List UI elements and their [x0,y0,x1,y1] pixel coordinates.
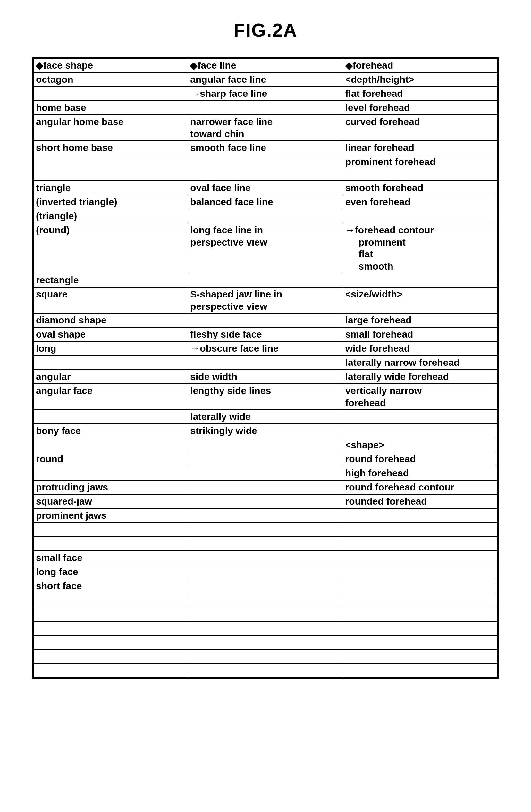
table-cell: balanced face line [188,195,343,209]
table-cell [33,466,188,480]
table-cell [188,494,343,508]
table-cell [343,209,498,223]
table-cell [188,523,343,537]
table-row: laterally narrow forehead [33,356,498,369]
table-row: short face [33,579,498,593]
table-cell [188,101,343,115]
table-cell [343,508,498,523]
table-cell [188,438,343,452]
table-cell [33,155,188,181]
table-cell: triangle [33,181,188,195]
table-cell: →sharp face line [188,87,343,101]
table-row: high forehead [33,466,498,480]
table-row: (inverted triangle) balanced face lineev… [33,195,498,209]
table-cell [33,621,188,635]
table-cell: squared-jaw [33,494,188,508]
table-cell: protruding jaws [33,480,188,494]
table-cell: laterally wide [188,410,343,424]
table-row: angular facelengthy side linesvertically… [33,384,498,410]
table-cell: <shape> [343,438,498,452]
table-cell: curved forehead [343,115,498,141]
table-cell [188,664,343,678]
table-cell [343,664,498,678]
table-row [33,537,498,551]
table-row [33,607,498,621]
table-cell: vertically narrow forehead [343,384,498,410]
table-row: prominent jaws [33,508,498,523]
table-row: squared-jawrounded forehead [33,494,498,508]
table-cell [33,635,188,650]
table-cell [188,313,343,327]
table-cell [188,209,343,223]
table-cell [188,273,343,287]
table-cell: prominent forehead [343,155,498,181]
table-row: short home basesmooth face linelinear fo… [33,141,498,155]
table-cell: long [33,342,188,356]
table-cell [33,537,188,551]
table-cell: level forehead [343,101,498,115]
table-row: protruding jawsround forehead contour [33,480,498,494]
table-row [33,621,498,635]
table-cell: rounded forehead [343,494,498,508]
table-cell [33,410,188,424]
table-row: squareS-shaped jaw line in perspective v… [33,287,498,313]
table-cell [343,551,498,565]
table-cell: round [33,452,188,466]
table-row: long face [33,565,498,579]
table-cell [343,523,498,537]
table-row: ◆face shape◆face line◆forehead [33,58,498,72]
table-cell: →obscure face line [188,342,343,356]
table-row: →sharp face lineflat forehead [33,87,498,101]
table-cell: laterally wide forehead [343,369,498,384]
table-cell [343,650,498,664]
table-cell: wide forehead [343,342,498,356]
table-cell [343,607,498,621]
table-cell: short home base [33,141,188,155]
table-cell: oval shape [33,327,188,342]
table-cell: long face line in perspective view [188,223,343,273]
table-row [33,650,498,664]
table-cell: ◆face shape [33,58,188,72]
figure-title: FIG.2A [32,19,499,41]
table-cell: smooth face line [188,141,343,155]
table-cell [343,635,498,650]
table-cell: <depth/height> [343,72,498,87]
table-cell [33,523,188,537]
table-cell: (inverted triangle) [33,195,188,209]
table-cell [343,424,498,438]
table-row: (round)long face line in perspective vie… [33,223,498,273]
table-cell [188,466,343,480]
table-cell [33,87,188,101]
table-cell: <size/width> [343,287,498,313]
table-cell: laterally narrow forehead [343,356,498,369]
table-row [33,664,498,678]
table-cell: narrower face line toward chin [188,115,343,141]
table-cell [343,410,498,424]
table-cell [188,155,343,181]
table-cell [188,356,343,369]
table-cell: short face [33,579,188,593]
table-row: bony facestrikingly wide [33,424,498,438]
page: FIG.2A ◆face shape◆face line◆foreheadoct… [0,0,531,698]
table-cell [188,551,343,565]
table-cell: ◆forehead [343,58,498,72]
table-cell [33,438,188,452]
table-cell: strikingly wide [188,424,343,438]
table-cell [33,607,188,621]
table-cell: (round) [33,223,188,273]
table-cell: small face [33,551,188,565]
table-row: diamond shapelarge forehead [33,313,498,327]
table-cell: long face [33,565,188,579]
table-cell [343,621,498,635]
table-cell: →forehead contour prominent flat smooth [343,223,498,273]
table-cell [188,537,343,551]
table-cell [188,579,343,593]
table-cell [343,273,498,287]
table-cell: diamond shape [33,313,188,327]
table-row: <shape> [33,438,498,452]
table-cell: large forehead [343,313,498,327]
table-cell: small forehead [343,327,498,342]
table-row: (triangle) [33,209,498,223]
table-cell: fleshy side face [188,327,343,342]
table-cell: round forehead [343,452,498,466]
